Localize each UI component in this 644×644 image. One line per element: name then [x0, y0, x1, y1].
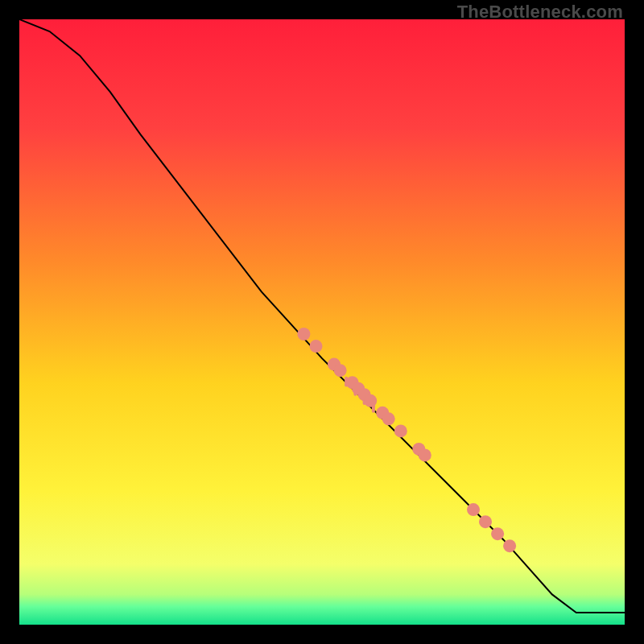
chart-plot-area [19, 19, 625, 625]
data-point [334, 364, 347, 377]
data-point [503, 539, 516, 552]
data-point [297, 328, 310, 341]
data-point [491, 527, 504, 540]
data-point [467, 503, 480, 516]
data-point [382, 412, 395, 425]
data-point [479, 515, 492, 528]
watermark-text: TheBottleneck.com [457, 2, 623, 23]
data-point [310, 340, 323, 353]
chart-svg [19, 19, 625, 625]
data-point [394, 424, 407, 437]
data-point [364, 394, 377, 407]
data-point [419, 448, 431, 461]
gradient-background [19, 19, 625, 625]
